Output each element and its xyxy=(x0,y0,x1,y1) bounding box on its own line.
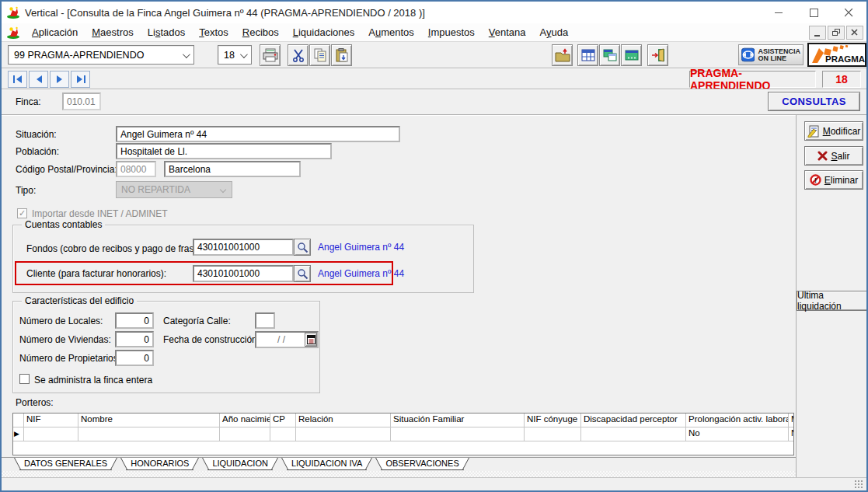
mdi-minimize-button[interactable] xyxy=(809,26,826,40)
column-header-ano-nacimiento[interactable]: Año nacimiento xyxy=(220,413,270,427)
action-panel: Modificar Salir ! Eliminar Ultima liquid… xyxy=(796,114,866,477)
menu-item-textos[interactable]: Textos xyxy=(192,24,235,40)
cliente-account-input[interactable]: 430101001000 xyxy=(193,265,294,282)
ultima-liquidacion-button[interactable]: Ultima liquidación xyxy=(797,291,868,311)
minimize-button[interactable] xyxy=(762,2,797,23)
menu-item-aumentos[interactable]: Aumentos xyxy=(361,24,421,40)
fondos-account-link[interactable]: Angel Guimera nº 44 xyxy=(318,242,404,253)
table-cell[interactable] xyxy=(296,427,391,441)
app-icon xyxy=(7,6,20,19)
categoria-calle-input[interactable] xyxy=(255,312,275,329)
porteros-data-row[interactable]: ▶NoN xyxy=(13,427,793,441)
paste-button[interactable] xyxy=(331,44,352,66)
tipo-value: NO REPARTIDA xyxy=(121,184,190,195)
first-record-button[interactable] xyxy=(8,71,27,88)
tab-observaciones[interactable]: OBSERVACIONES xyxy=(381,458,463,470)
finca-input[interactable]: 010.01 xyxy=(62,92,101,110)
navigation-row: PRAGMA-APRENDIENDO 18 xyxy=(2,68,866,89)
cliente-search-button[interactable] xyxy=(294,265,311,282)
menu-item-ventana[interactable]: Ventana xyxy=(482,24,533,40)
menu-item-liquidaciones[interactable]: Liquidaciones xyxy=(286,24,362,40)
ultima-liquidacion-label: Ultima liquidación xyxy=(797,290,868,312)
cut-button[interactable] xyxy=(288,44,309,66)
year-combobox[interactable]: 18 xyxy=(218,45,252,65)
column-header-prolongacion-activ-laboral[interactable]: Prolongación activ. laboral xyxy=(686,413,789,427)
codigo-postal-input[interactable]: 08000 xyxy=(116,161,156,177)
menu-item-impuestos[interactable]: Impuestos xyxy=(421,24,482,40)
online-assistance-button[interactable]: ASISTENCIA ON LINE xyxy=(738,44,804,65)
tab-liquidacion[interactable]: LIQUIDACION xyxy=(207,458,273,470)
menu-item-listados[interactable]: Listados xyxy=(141,24,192,40)
menu-item-aplicacion[interactable]: Aplicación xyxy=(25,24,85,40)
resize-grip[interactable] xyxy=(854,480,863,489)
poblacion-input[interactable]: Hospitalet de Ll. xyxy=(116,143,332,159)
codigo-postal-label: Código Postal/Provincia: xyxy=(16,164,117,175)
table-cell[interactable] xyxy=(220,427,270,441)
fecha-calendar-button[interactable] xyxy=(305,333,317,347)
company-combobox[interactable]: 99 PRAGMA-APRENDIENDO xyxy=(8,45,194,65)
exit-button[interactable] xyxy=(647,44,668,66)
table-cell[interactable] xyxy=(581,427,686,441)
calendar-icon xyxy=(307,335,315,344)
provincia-input[interactable]: Barcelona xyxy=(164,161,301,177)
next-record-button[interactable] xyxy=(50,71,69,88)
search-icon xyxy=(297,268,309,280)
menu-item-ayuda[interactable]: Ayuda xyxy=(533,24,576,40)
current-row-marker: ▶ xyxy=(13,427,24,441)
viviendas-input[interactable]: 0 xyxy=(115,331,154,347)
cascade-windows-button[interactable] xyxy=(599,44,620,66)
finca-value: 010.01 xyxy=(67,96,96,107)
modificar-button[interactable]: Modificar xyxy=(804,121,863,141)
eliminar-label: Eliminar xyxy=(824,175,858,186)
table-cell[interactable] xyxy=(270,427,296,441)
importar-inet-checkbox: ✓ xyxy=(17,208,27,218)
copy-icon xyxy=(313,48,327,62)
grid-view-button[interactable] xyxy=(577,44,598,66)
tile-window-button[interactable] xyxy=(621,44,642,66)
mdi-restore-button[interactable] xyxy=(828,26,845,40)
eliminar-button[interactable]: ! Eliminar xyxy=(804,170,863,190)
table-cell[interactable]: N xyxy=(789,427,794,441)
modificar-label: Modificar xyxy=(823,126,861,137)
last-record-button[interactable] xyxy=(71,71,90,88)
table-cell[interactable]: No xyxy=(686,427,789,441)
mdi-close-button[interactable] xyxy=(846,26,863,40)
column-header-situacion-familiar[interactable]: Situación Familiar xyxy=(391,413,525,427)
locales-input[interactable]: 0 xyxy=(115,312,154,329)
column-header-cp[interactable]: CP xyxy=(270,413,296,427)
tab-liquidacion-iva[interactable]: LIQUIDACION IVA xyxy=(287,458,367,470)
tab-honorarios[interactable]: HONORARIOS xyxy=(126,458,193,470)
maximize-button[interactable] xyxy=(797,2,831,23)
column-header-nif-conyuge[interactable]: NIF cónyuge xyxy=(525,413,581,427)
column-header-m[interactable]: M xyxy=(789,413,794,427)
consultas-button[interactable]: CONSULTAS xyxy=(768,92,860,111)
propietarios-input[interactable]: 0 xyxy=(115,350,154,366)
previous-record-button[interactable] xyxy=(29,71,48,88)
viviendas-value: 0 xyxy=(144,334,149,345)
table-cell[interactable] xyxy=(525,427,581,441)
column-header-discapacidad-perceptor[interactable]: Discapacidad perceptor xyxy=(581,413,686,427)
table-cell[interactable] xyxy=(78,427,220,441)
situacion-input[interactable]: Angel Guimera nº 44 xyxy=(116,126,400,142)
cuentas-contables-title: Cuentas contables xyxy=(22,219,105,230)
copy-button[interactable] xyxy=(309,44,330,66)
table-cell[interactable] xyxy=(24,427,78,441)
fondos-account-input[interactable]: 430101001000 xyxy=(193,239,294,256)
porteros-table[interactable]: NIFNombreAño nacimientoCPRelaciónSituaci… xyxy=(12,413,794,455)
previous-record-icon xyxy=(34,75,44,83)
fondos-search-button[interactable] xyxy=(294,239,311,256)
mdi-close-icon xyxy=(851,29,859,37)
print-button[interactable] xyxy=(260,44,281,66)
column-header-relacion[interactable]: Relación xyxy=(296,413,391,427)
salir-button[interactable]: Salir xyxy=(804,146,863,166)
menu-item-maestros[interactable]: Maestros xyxy=(85,24,140,40)
administra-finca-checkbox[interactable] xyxy=(19,374,30,384)
close-button[interactable] xyxy=(831,2,866,23)
column-header-nombre[interactable]: Nombre xyxy=(78,413,220,427)
open-folder-button[interactable] xyxy=(552,44,573,66)
cliente-account-link[interactable]: Angel Guimera nº 44 xyxy=(318,268,404,279)
tab-datos-generales[interactable]: DATOS GENERALES xyxy=(19,458,112,470)
table-cell[interactable] xyxy=(391,427,525,441)
menu-item-recibos[interactable]: Recibos xyxy=(235,24,286,40)
column-header-nif[interactable]: NIF xyxy=(24,413,78,427)
